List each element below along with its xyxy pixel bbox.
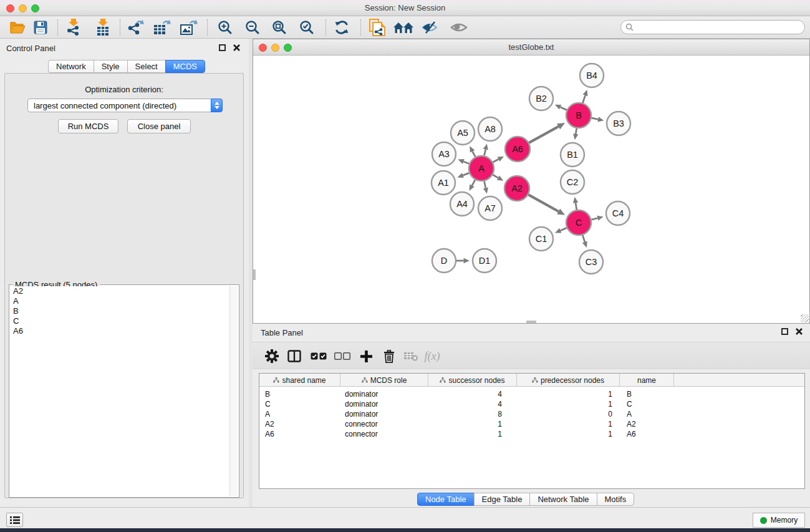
zoom-out-button[interactable]	[242, 18, 263, 37]
show-graphics-details-button[interactable]	[448, 18, 470, 37]
network-view-window: testGlobe.txt B4B2BB3B1A6A5A8A3AA1A2A4A7…	[253, 39, 810, 324]
canvas-vertical-scrollbar[interactable]	[253, 269, 256, 280]
export-image-button[interactable]	[178, 18, 200, 37]
graph-edge-A2-C[interactable]	[528, 195, 558, 211]
graph-edge-A-A4[interactable]	[472, 180, 475, 185]
table-row[interactable]: A2connector11A2	[259, 419, 804, 429]
graph-edge-B-B4[interactable]	[583, 95, 586, 103]
clone-network-button[interactable]	[367, 18, 388, 37]
column-header-successor-nodes[interactable]: successor nodes	[428, 374, 517, 387]
graph-node-label: C3	[586, 257, 597, 267]
import-network-button[interactable]	[63, 18, 84, 37]
close-panel-button[interactable]	[232, 43, 241, 52]
edge-arrowhead	[573, 133, 578, 140]
import-table-icon	[95, 19, 110, 36]
table-close-button[interactable]	[794, 327, 803, 336]
table-cell: A6	[259, 429, 340, 439]
zoom-selected-button[interactable]	[296, 18, 317, 37]
graph-edge-C-C2[interactable]	[576, 203, 577, 210]
table-row[interactable]: Cdominator41C	[259, 399, 804, 409]
edge-arrowhead	[583, 90, 588, 96]
result-scrollbar[interactable]	[229, 286, 238, 496]
table-tab-motifs[interactable]: Motifs	[597, 493, 635, 506]
hide-graphics-details-button[interactable]	[420, 18, 441, 37]
graph-edge-B-B1[interactable]	[576, 128, 576, 134]
export-network-button[interactable]	[125, 18, 147, 37]
graph-node-label: C4	[612, 208, 624, 218]
table-row[interactable]: Adominator80A	[259, 409, 804, 419]
tab-mcds[interactable]: MCDS	[165, 60, 205, 73]
select-all-button[interactable]	[309, 347, 329, 365]
mcds-result-item[interactable]: A	[11, 296, 229, 306]
graph-node-label: C	[576, 218, 582, 228]
table-cell: B	[620, 389, 674, 399]
export-table-button[interactable]	[152, 18, 173, 37]
window-resize-grip[interactable]	[801, 314, 809, 322]
network-canvas[interactable]: B4B2BB3B1A6A5A8A3AA1A2A4A7C2CC4C1C3DD1	[253, 56, 809, 323]
zoom-in-button[interactable]	[215, 18, 236, 37]
table-settings-button[interactable]	[262, 347, 282, 365]
tab-network[interactable]: Network	[48, 60, 94, 73]
table-cell: A	[620, 409, 674, 419]
graph-edge-A-A6[interactable]	[493, 159, 499, 162]
tab-select[interactable]: Select	[127, 60, 166, 73]
save-session-button[interactable]	[30, 18, 51, 37]
column-header-predecessor-nodes[interactable]: predecessor nodes	[517, 374, 620, 387]
task-history-button[interactable]	[6, 513, 23, 527]
table-tab-node-table[interactable]: Node Table	[417, 493, 475, 506]
table-cell: dominator	[340, 389, 428, 399]
import-table-button[interactable]	[92, 18, 113, 37]
graph-edge-C-C4[interactable]	[591, 218, 597, 220]
refresh-icon	[334, 21, 349, 34]
deselect-all-button[interactable]	[332, 347, 352, 365]
column-header-shared-name[interactable]: shared name	[259, 374, 340, 387]
canvas-horizontal-scrollbar[interactable]	[526, 321, 536, 323]
apply-layout-button[interactable]	[331, 18, 352, 37]
column-header-name[interactable]: name	[620, 374, 674, 387]
run-mcds-button[interactable]: Run MCDS	[58, 119, 118, 133]
tab-style[interactable]: Style	[94, 60, 128, 73]
graph-edge-B-B3[interactable]	[592, 118, 599, 119]
table-float-button[interactable]	[780, 327, 789, 336]
memory-button[interactable]: Memory	[753, 513, 805, 528]
search-input[interactable]	[634, 22, 804, 33]
mcds-result-item[interactable]: C	[11, 316, 229, 326]
graph-edge-A-A5[interactable]	[473, 152, 476, 157]
graph-edge-A-A1[interactable]	[463, 173, 469, 175]
graph-edge-A-A7[interactable]	[484, 181, 485, 188]
graph-edge-C-C3[interactable]	[582, 235, 585, 242]
graph-edge-C-C1[interactable]	[561, 228, 567, 230]
function-builder-button[interactable]: f(x)	[422, 347, 442, 365]
column-header-MCDS-role[interactable]: MCDS role	[340, 374, 428, 387]
graph-edge-B-B2[interactable]	[561, 107, 567, 110]
graph-edge-A-A3[interactable]	[463, 162, 469, 163]
graph-edge-A6-B[interactable]	[529, 127, 558, 143]
plus-icon	[360, 351, 372, 362]
mcds-result-list[interactable]: A2ABCA6	[11, 286, 229, 496]
graph-edge-A-A2[interactable]	[493, 175, 498, 178]
open-session-button[interactable]	[7, 18, 28, 37]
table-tab-edge-table[interactable]: Edge Table	[474, 493, 531, 506]
table-tab-network-table[interactable]: Network Table	[529, 493, 597, 506]
criterion-dropdown[interactable]: largest connected component (directed)	[27, 99, 223, 112]
table-row[interactable]: Bdominator41B	[259, 389, 804, 399]
graph-edge-A-A8[interactable]	[485, 150, 486, 156]
mcds-result-item[interactable]: B	[11, 306, 229, 316]
close-panel-action-button[interactable]: Close panel	[127, 119, 191, 133]
mcds-result-item[interactable]: A6	[11, 326, 229, 336]
edge-arrowhead	[483, 187, 488, 193]
create-column-button[interactable]	[356, 347, 376, 365]
edge-arrowhead	[458, 159, 464, 164]
float-panel-button[interactable]	[218, 43, 226, 52]
zoom-fit-button[interactable]	[269, 18, 290, 37]
node-table: shared nameMCDS rolesuccessor nodesprede…	[259, 373, 805, 489]
fx-icon: f(x)	[425, 350, 440, 363]
table-row[interactable]: A6connector11A6	[259, 429, 804, 439]
delete-table-icon	[403, 351, 418, 361]
first-neighbors-button[interactable]	[393, 18, 414, 37]
column-view-button[interactable]	[284, 347, 304, 365]
delete-table-button[interactable]	[401, 347, 421, 365]
delete-column-button[interactable]	[379, 347, 399, 365]
network-graph: B4B2BB3B1A6A5A8A3AA1A2A4A7C2CC4C1C3DD1	[253, 56, 809, 323]
mcds-result-item[interactable]: A2	[11, 286, 229, 296]
